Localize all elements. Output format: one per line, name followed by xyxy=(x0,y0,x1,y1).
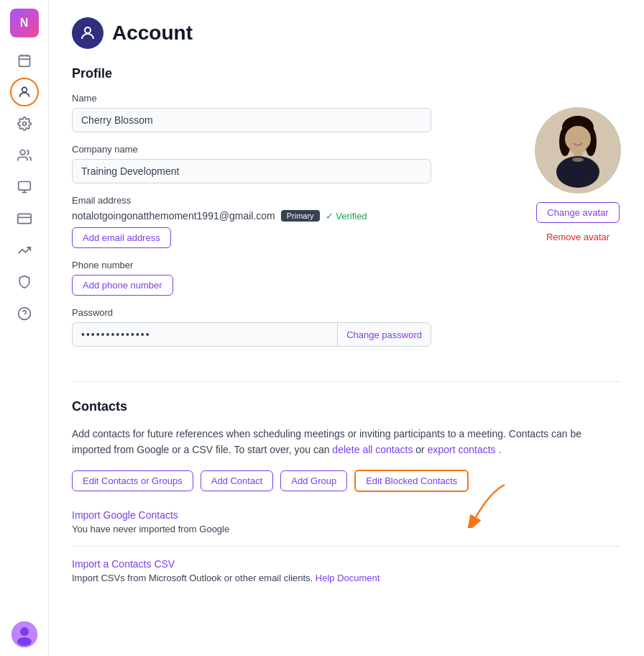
edit-contacts-button[interactable]: Edit Contacts or Groups xyxy=(72,470,193,491)
svg-point-26 xyxy=(572,158,584,162)
email-field-group: Email address notalotgoingonatthemoment1… xyxy=(72,195,512,248)
account-nav[interactable] xyxy=(10,78,39,106)
email-row: notalotgoingonatthemoment1991@gmail.com … xyxy=(72,210,512,222)
brand-logo[interactable]: N xyxy=(10,9,39,37)
svg-rect-0 xyxy=(19,55,29,66)
contacts-nav[interactable] xyxy=(10,141,39,170)
display-nav[interactable] xyxy=(10,173,39,201)
billing-nav[interactable] xyxy=(10,204,39,233)
email-value: notalotgoingonatthemoment1991@gmail.com xyxy=(72,210,275,222)
company-label: Company name xyxy=(72,144,512,155)
add-email-button[interactable]: Add email address xyxy=(72,227,171,248)
edit-blocked-wrapper: Edit Blocked Contacts xyxy=(354,470,469,492)
avatar-image xyxy=(535,107,621,193)
add-phone-button[interactable]: Add phone number xyxy=(72,275,173,296)
contacts-section-title: Contacts xyxy=(72,399,621,414)
help-nav[interactable] xyxy=(10,299,39,328)
import-google-section: Import Google Contacts You have never im… xyxy=(72,509,621,534)
page-header: Account xyxy=(72,17,621,49)
remove-avatar-button[interactable]: Remove avatar xyxy=(546,232,610,242)
name-input[interactable] xyxy=(72,108,431,132)
svg-point-16 xyxy=(17,637,32,646)
edit-blocked-button[interactable]: Edit Blocked Contacts xyxy=(354,470,469,492)
phone-label: Phone number xyxy=(72,260,512,270)
svg-point-6 xyxy=(20,150,25,155)
contacts-section: Contacts Add contacts for future referen… xyxy=(72,381,621,583)
import-csv-section: Import a Contacts CSV Import CSVs from M… xyxy=(72,558,621,583)
svg-point-17 xyxy=(85,27,91,33)
sidebar: N xyxy=(0,0,49,656)
company-field-group: Company name xyxy=(72,144,512,183)
svg-rect-10 xyxy=(17,214,30,223)
password-label: Password xyxy=(72,307,512,318)
add-group-button[interactable]: Add Group xyxy=(280,470,347,491)
svg-point-15 xyxy=(20,627,29,636)
import-google-desc: You have never imported from Google xyxy=(72,524,621,534)
calendar-nav[interactable] xyxy=(10,46,39,75)
analytics-nav[interactable] xyxy=(10,236,39,265)
security-nav[interactable] xyxy=(10,268,39,296)
svg-point-23 xyxy=(565,126,591,152)
phone-field-group: Phone number Add phone number xyxy=(72,260,512,296)
svg-rect-7 xyxy=(18,182,30,191)
name-label: Name xyxy=(72,93,512,104)
change-password-button[interactable]: Change password xyxy=(338,324,431,346)
name-field-group: Name xyxy=(72,93,512,132)
profile-section-title: Profile xyxy=(72,66,621,81)
password-row: •••••••••••••• Change password xyxy=(72,322,431,347)
svg-point-4 xyxy=(22,87,27,92)
email-verified-badge: ✓ Verified xyxy=(326,211,367,222)
page-header-icon xyxy=(72,17,104,49)
page-title: Account xyxy=(112,22,193,45)
settings-nav[interactable] xyxy=(10,109,39,138)
import-divider xyxy=(72,546,621,547)
change-avatar-button[interactable]: Change avatar xyxy=(536,202,619,223)
contacts-action-buttons: Edit Contacts or Groups Add Contact Add … xyxy=(72,470,621,492)
contacts-description: Add contacts for future references when … xyxy=(72,426,621,458)
profile-section: Name Company name Email address notalotg… xyxy=(72,93,621,358)
email-primary-badge: Primary xyxy=(281,210,320,222)
avatar-section: Change avatar Remove avatar xyxy=(535,93,621,358)
add-contact-button[interactable]: Add Contact xyxy=(201,470,274,491)
password-field-group: Password •••••••••••••• Change password xyxy=(72,307,512,347)
import-csv-desc: Import CSVs from Microsoft Outlook or ot… xyxy=(72,573,621,583)
export-contacts-link[interactable]: export contacts xyxy=(428,444,496,455)
import-google-title[interactable]: Import Google Contacts xyxy=(72,509,621,521)
email-label: Email address xyxy=(72,195,512,206)
password-dots: •••••••••••••• xyxy=(73,323,337,346)
import-csv-title[interactable]: Import a Contacts CSV xyxy=(72,558,621,570)
help-document-link[interactable]: Help Document xyxy=(316,573,380,583)
svg-point-5 xyxy=(22,122,26,126)
company-input[interactable] xyxy=(72,159,431,183)
delete-contacts-link[interactable]: delete all contacts xyxy=(332,444,413,455)
main-content: Account Profile Name Company name Email … xyxy=(49,0,644,656)
profile-form: Name Company name Email address notalotg… xyxy=(72,93,512,358)
user-avatar-sidebar[interactable] xyxy=(12,621,37,647)
